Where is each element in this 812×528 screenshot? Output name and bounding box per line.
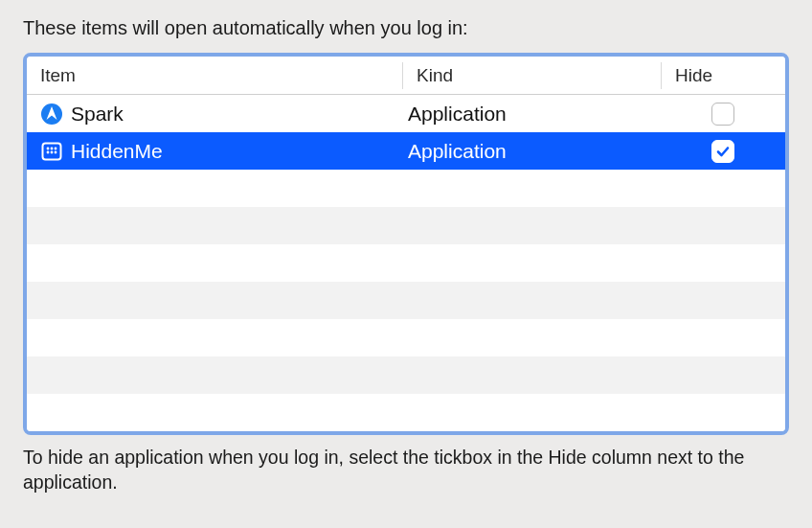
hiddenme-icon [40,140,63,163]
table-row-empty [27,356,785,394]
svg-point-5 [47,150,50,153]
svg-point-4 [55,147,57,149]
panel-heading: These items will open automatically when… [23,17,789,39]
table-row-empty [27,282,785,319]
table-row-empty [27,394,785,431]
item-cell: Spark [27,103,402,126]
item-name: HiddenMe [71,140,163,163]
hide-checkbox[interactable] [711,140,734,163]
hide-checkbox[interactable] [711,103,734,126]
checkmark-icon [715,144,731,159]
kind-cell: Application [402,140,661,163]
column-header-item[interactable]: Item [27,62,402,89]
table-row-empty [27,244,785,282]
footer-help-text: To hide an application when you log in, … [23,445,789,495]
login-items-table[interactable]: Item Kind Hide Spark Application [23,53,789,435]
table-row-empty [27,170,785,207]
column-header-hide[interactable]: Hide [661,62,785,89]
item-cell: HiddenMe [27,140,402,163]
table-row-empty [27,207,785,244]
spark-icon [40,103,63,126]
svg-point-6 [51,150,54,153]
svg-point-3 [51,147,54,149]
column-header-kind[interactable]: Kind [402,62,661,89]
login-items-panel: These items will open automatically when… [0,0,812,513]
svg-point-7 [55,150,57,153]
table-row-empty [27,319,785,356]
item-name: Spark [71,103,124,126]
svg-point-2 [47,147,50,149]
table-header: Item Kind Hide [27,57,785,95]
table-row[interactable]: HiddenMe Application [27,132,785,170]
table-row[interactable]: Spark Application [27,95,785,132]
kind-cell: Application [402,103,661,126]
